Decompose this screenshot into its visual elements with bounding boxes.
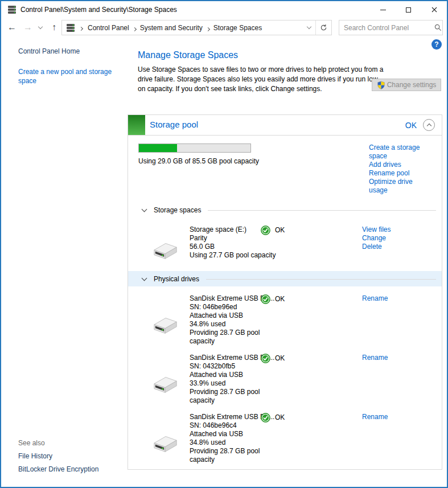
forward-button[interactable]: → [20, 18, 35, 36]
title-bar: Control Panel\System and Security\Storag… [1, 1, 447, 18]
rename-link[interactable]: Rename [362, 413, 442, 421]
space-name: Storage space (E:) [190, 225, 261, 234]
physical-drive-row: SanDisk Extreme USB De... SN: 046be96ed … [128, 286, 442, 346]
navigation-toolbar: ← → ↑ Control Panel System and Security … [1, 18, 447, 38]
change-settings-button[interactable]: Change settings [372, 79, 441, 91]
change-link[interactable]: Change [362, 234, 442, 243]
drive-name: SanDisk Extreme USB De... [190, 354, 261, 362]
chevron-down-icon [142, 275, 147, 281]
storage-spaces-icon [66, 23, 75, 32]
see-also-label: See also [18, 439, 98, 447]
pool-summary: Using 29.0 GB of 85.5 GB pool capacity C… [128, 136, 442, 195]
window: Control Panel\System and Security\Storag… [0, 0, 448, 488]
chevron-down-icon [142, 207, 147, 212]
drive-used: 34.8% used [190, 320, 261, 329]
divider [206, 279, 436, 280]
create-storage-space-link[interactable]: Create a storage space [369, 143, 428, 161]
maximize-icon [406, 7, 411, 13]
sidebar-item-control-panel-home[interactable]: Control Panel Home [18, 47, 80, 55]
window-controls [370, 1, 447, 18]
help-icon: ? [434, 40, 438, 48]
sidebar-item-create-pool[interactable]: Create a new pool and storage space [18, 67, 124, 85]
storage-space-row: Storage space (E:) Parity 56.0 GB Using … [128, 218, 442, 271]
back-icon: ← [7, 22, 17, 32]
drive-serial: SN: 046be96ed [190, 303, 261, 311]
pool-usage-text: Using 29.0 GB of 85.5 GB pool capacity [138, 157, 259, 165]
maximize-button[interactable] [396, 1, 421, 18]
chevron-right-icon [79, 26, 83, 30]
refresh-button[interactable] [316, 20, 331, 35]
section-label: Physical drives [154, 275, 199, 283]
breadcrumb-control-panel[interactable]: Control Panel [84, 24, 133, 32]
drive-icon [153, 240, 179, 260]
drive-attachment: Attached via USB [190, 371, 261, 379]
storage-spaces-section-header[interactable]: Storage spaces [128, 203, 442, 218]
forward-icon: → [23, 22, 32, 32]
drive-providing: Providing 28.7 GB pool capacity [190, 388, 261, 405]
refresh-icon [320, 24, 327, 31]
ok-check-icon [261, 413, 270, 423]
search-icon[interactable] [434, 24, 442, 31]
address-dropdown-button[interactable] [303, 20, 315, 35]
sidebar-see-also: See also File History BitLocker Drive En… [18, 439, 98, 473]
space-size: 56.0 GB [190, 243, 261, 251]
up-icon: ↑ [52, 22, 56, 32]
search-input[interactable] [339, 24, 434, 32]
rename-pool-link[interactable]: Rename pool [369, 169, 428, 178]
breadcrumb-separator [75, 24, 84, 32]
drive-used: 34.8% used [190, 438, 261, 447]
storage-spaces-icon [7, 5, 17, 14]
minimize-button[interactable] [370, 1, 396, 18]
pool-health-indicator [128, 115, 145, 135]
status-label: OK [275, 354, 285, 363]
address-bar[interactable]: Control Panel System and Security Storag… [61, 20, 332, 35]
pool-header: Storage pool OK [128, 115, 442, 136]
close-button[interactable] [421, 1, 447, 18]
optimize-drive-usage-link[interactable]: Optimize drive usage [369, 178, 428, 195]
ok-check-icon [261, 354, 270, 363]
drive-icon [153, 433, 179, 453]
minimize-icon [380, 10, 386, 10]
sidebar-item-file-history[interactable]: File History [18, 452, 98, 460]
add-drives-link[interactable]: Add drives [369, 161, 428, 169]
help-button[interactable]: ? [431, 39, 442, 50]
physical-drives-section-header[interactable]: Physical drives [128, 271, 442, 286]
recent-pages-button[interactable] [35, 18, 46, 36]
storage-pool-panel: Storage pool OK Using 29.0 GB of 85.5 GB… [128, 114, 442, 470]
drive-attachment: Attached via USB [190, 430, 261, 438]
space-type: Parity [190, 234, 261, 243]
view-files-link[interactable]: View files [362, 225, 442, 234]
drive-attachment: Attached via USB [190, 311, 261, 320]
drive-name: SanDisk Extreme USB De... [190, 294, 261, 303]
section-label: Storage spaces [154, 206, 201, 214]
drive-icon [153, 315, 179, 334]
status-label: OK [275, 294, 285, 304]
chevron-down-icon [307, 24, 311, 29]
breadcrumb-storage-spaces[interactable]: Storage Spaces [209, 24, 266, 32]
close-icon [431, 7, 437, 13]
search-box [339, 20, 443, 35]
delete-link[interactable]: Delete [362, 243, 442, 251]
ok-check-icon [261, 225, 270, 235]
page-title: Manage Storage Spaces [138, 50, 238, 60]
pool-title: Storage pool [150, 120, 198, 129]
rename-link[interactable]: Rename [362, 294, 442, 303]
rename-link[interactable]: Rename [362, 354, 442, 362]
drive-providing: Providing 28.7 GB pool capacity [190, 329, 261, 346]
drive-icon [153, 374, 179, 393]
status-label: OK [275, 225, 285, 235]
drive-serial: SN: 046be96c4 [190, 421, 261, 430]
divider [208, 210, 436, 211]
pool-usage-bar [138, 143, 251, 153]
drive-providing: Providing 28.7 GB pool capacity [190, 447, 261, 464]
breadcrumb-system-security[interactable]: System and Security [136, 24, 207, 32]
pool-status: OK [405, 121, 417, 130]
space-usage: Using 27.7 GB pool capacity [190, 251, 261, 260]
back-button[interactable]: ← [5, 18, 19, 36]
window-title: Control Panel\System and Security\Storag… [20, 1, 177, 18]
sidebar-item-bitlocker[interactable]: BitLocker Drive Encryption [18, 465, 98, 473]
up-button[interactable]: ↑ [47, 18, 61, 36]
drive-used: 33.9% used [190, 379, 261, 388]
pool-usage-fill [139, 144, 177, 152]
collapse-button[interactable] [423, 119, 435, 131]
